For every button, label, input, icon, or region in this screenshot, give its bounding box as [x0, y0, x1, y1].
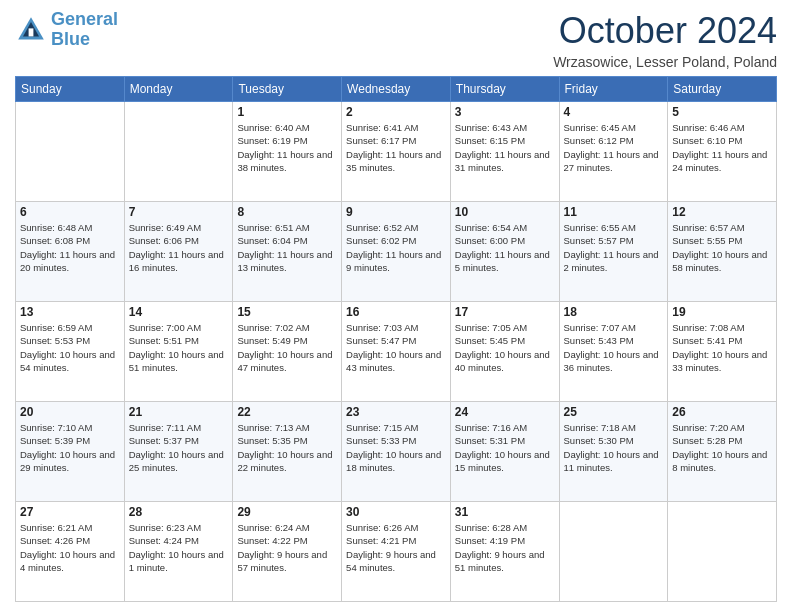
- day-number: 26: [672, 405, 772, 419]
- day-details: Sunrise: 7:18 AM Sunset: 5:30 PM Dayligh…: [564, 421, 664, 474]
- col-monday: Monday: [124, 77, 233, 102]
- table-row: 22Sunrise: 7:13 AM Sunset: 5:35 PM Dayli…: [233, 402, 342, 502]
- day-details: Sunrise: 7:03 AM Sunset: 5:47 PM Dayligh…: [346, 321, 446, 374]
- col-thursday: Thursday: [450, 77, 559, 102]
- table-row: 23Sunrise: 7:15 AM Sunset: 5:33 PM Dayli…: [342, 402, 451, 502]
- day-number: 23: [346, 405, 446, 419]
- day-number: 1: [237, 105, 337, 119]
- table-row: 13Sunrise: 6:59 AM Sunset: 5:53 PM Dayli…: [16, 302, 125, 402]
- day-details: Sunrise: 7:11 AM Sunset: 5:37 PM Dayligh…: [129, 421, 229, 474]
- day-number: 12: [672, 205, 772, 219]
- day-number: 27: [20, 505, 120, 519]
- day-number: 25: [564, 405, 664, 419]
- day-number: 31: [455, 505, 555, 519]
- day-details: Sunrise: 6:21 AM Sunset: 4:26 PM Dayligh…: [20, 521, 120, 574]
- day-details: Sunrise: 7:15 AM Sunset: 5:33 PM Dayligh…: [346, 421, 446, 474]
- day-details: Sunrise: 7:05 AM Sunset: 5:45 PM Dayligh…: [455, 321, 555, 374]
- day-number: 28: [129, 505, 229, 519]
- day-details: Sunrise: 6:41 AM Sunset: 6:17 PM Dayligh…: [346, 121, 446, 174]
- table-row: 19Sunrise: 7:08 AM Sunset: 5:41 PM Dayli…: [668, 302, 777, 402]
- table-row: 31Sunrise: 6:28 AM Sunset: 4:19 PM Dayli…: [450, 502, 559, 602]
- day-details: Sunrise: 6:45 AM Sunset: 6:12 PM Dayligh…: [564, 121, 664, 174]
- day-number: 10: [455, 205, 555, 219]
- table-row: [559, 502, 668, 602]
- col-wednesday: Wednesday: [342, 77, 451, 102]
- day-number: 6: [20, 205, 120, 219]
- day-number: 15: [237, 305, 337, 319]
- calendar-week-row: 1Sunrise: 6:40 AM Sunset: 6:19 PM Daylig…: [16, 102, 777, 202]
- day-details: Sunrise: 6:59 AM Sunset: 5:53 PM Dayligh…: [20, 321, 120, 374]
- table-row: 25Sunrise: 7:18 AM Sunset: 5:30 PM Dayli…: [559, 402, 668, 502]
- table-row: 30Sunrise: 6:26 AM Sunset: 4:21 PM Dayli…: [342, 502, 451, 602]
- day-number: 8: [237, 205, 337, 219]
- calendar-header-row: Sunday Monday Tuesday Wednesday Thursday…: [16, 77, 777, 102]
- day-number: 16: [346, 305, 446, 319]
- logo: General Blue: [15, 10, 118, 50]
- table-row: 20Sunrise: 7:10 AM Sunset: 5:39 PM Dayli…: [16, 402, 125, 502]
- day-details: Sunrise: 6:49 AM Sunset: 6:06 PM Dayligh…: [129, 221, 229, 274]
- day-number: 17: [455, 305, 555, 319]
- day-number: 22: [237, 405, 337, 419]
- day-details: Sunrise: 7:20 AM Sunset: 5:28 PM Dayligh…: [672, 421, 772, 474]
- col-saturday: Saturday: [668, 77, 777, 102]
- table-row: 5Sunrise: 6:46 AM Sunset: 6:10 PM Daylig…: [668, 102, 777, 202]
- table-row: 14Sunrise: 7:00 AM Sunset: 5:51 PM Dayli…: [124, 302, 233, 402]
- table-row: 1Sunrise: 6:40 AM Sunset: 6:19 PM Daylig…: [233, 102, 342, 202]
- table-row: 10Sunrise: 6:54 AM Sunset: 6:00 PM Dayli…: [450, 202, 559, 302]
- day-number: 30: [346, 505, 446, 519]
- day-number: 3: [455, 105, 555, 119]
- logo-icon: [15, 14, 47, 46]
- day-number: 18: [564, 305, 664, 319]
- day-details: Sunrise: 6:24 AM Sunset: 4:22 PM Dayligh…: [237, 521, 337, 574]
- day-number: 29: [237, 505, 337, 519]
- header: General Blue October 2024 Wrzasowice, Le…: [15, 10, 777, 70]
- calendar-week-row: 13Sunrise: 6:59 AM Sunset: 5:53 PM Dayli…: [16, 302, 777, 402]
- table-row: 28Sunrise: 6:23 AM Sunset: 4:24 PM Dayli…: [124, 502, 233, 602]
- table-row: 9Sunrise: 6:52 AM Sunset: 6:02 PM Daylig…: [342, 202, 451, 302]
- calendar-week-row: 6Sunrise: 6:48 AM Sunset: 6:08 PM Daylig…: [16, 202, 777, 302]
- day-details: Sunrise: 6:28 AM Sunset: 4:19 PM Dayligh…: [455, 521, 555, 574]
- table-row: [124, 102, 233, 202]
- table-row: 2Sunrise: 6:41 AM Sunset: 6:17 PM Daylig…: [342, 102, 451, 202]
- table-row: 29Sunrise: 6:24 AM Sunset: 4:22 PM Dayli…: [233, 502, 342, 602]
- table-row: 11Sunrise: 6:55 AM Sunset: 5:57 PM Dayli…: [559, 202, 668, 302]
- table-row: 7Sunrise: 6:49 AM Sunset: 6:06 PM Daylig…: [124, 202, 233, 302]
- calendar-week-row: 20Sunrise: 7:10 AM Sunset: 5:39 PM Dayli…: [16, 402, 777, 502]
- day-number: 20: [20, 405, 120, 419]
- day-details: Sunrise: 6:23 AM Sunset: 4:24 PM Dayligh…: [129, 521, 229, 574]
- day-details: Sunrise: 6:55 AM Sunset: 5:57 PM Dayligh…: [564, 221, 664, 274]
- day-details: Sunrise: 7:08 AM Sunset: 5:41 PM Dayligh…: [672, 321, 772, 374]
- table-row: 6Sunrise: 6:48 AM Sunset: 6:08 PM Daylig…: [16, 202, 125, 302]
- day-number: 7: [129, 205, 229, 219]
- day-details: Sunrise: 6:46 AM Sunset: 6:10 PM Dayligh…: [672, 121, 772, 174]
- day-details: Sunrise: 7:10 AM Sunset: 5:39 PM Dayligh…: [20, 421, 120, 474]
- calendar-table: Sunday Monday Tuesday Wednesday Thursday…: [15, 76, 777, 602]
- table-row: 26Sunrise: 7:20 AM Sunset: 5:28 PM Dayli…: [668, 402, 777, 502]
- calendar-week-row: 27Sunrise: 6:21 AM Sunset: 4:26 PM Dayli…: [16, 502, 777, 602]
- day-number: 11: [564, 205, 664, 219]
- day-details: Sunrise: 7:16 AM Sunset: 5:31 PM Dayligh…: [455, 421, 555, 474]
- day-details: Sunrise: 6:51 AM Sunset: 6:04 PM Dayligh…: [237, 221, 337, 274]
- day-details: Sunrise: 7:02 AM Sunset: 5:49 PM Dayligh…: [237, 321, 337, 374]
- day-number: 19: [672, 305, 772, 319]
- day-details: Sunrise: 7:07 AM Sunset: 5:43 PM Dayligh…: [564, 321, 664, 374]
- table-row: 21Sunrise: 7:11 AM Sunset: 5:37 PM Dayli…: [124, 402, 233, 502]
- table-row: [668, 502, 777, 602]
- day-details: Sunrise: 7:13 AM Sunset: 5:35 PM Dayligh…: [237, 421, 337, 474]
- page: General Blue October 2024 Wrzasowice, Le…: [0, 0, 792, 612]
- table-row: 16Sunrise: 7:03 AM Sunset: 5:47 PM Dayli…: [342, 302, 451, 402]
- location: Wrzasowice, Lesser Poland, Poland: [553, 54, 777, 70]
- table-row: 15Sunrise: 7:02 AM Sunset: 5:49 PM Dayli…: [233, 302, 342, 402]
- col-friday: Friday: [559, 77, 668, 102]
- day-number: 4: [564, 105, 664, 119]
- col-tuesday: Tuesday: [233, 77, 342, 102]
- day-details: Sunrise: 7:00 AM Sunset: 5:51 PM Dayligh…: [129, 321, 229, 374]
- day-details: Sunrise: 6:40 AM Sunset: 6:19 PM Dayligh…: [237, 121, 337, 174]
- day-number: 9: [346, 205, 446, 219]
- table-row: 24Sunrise: 7:16 AM Sunset: 5:31 PM Dayli…: [450, 402, 559, 502]
- day-number: 21: [129, 405, 229, 419]
- svg-rect-2: [29, 28, 34, 36]
- table-row: 12Sunrise: 6:57 AM Sunset: 5:55 PM Dayli…: [668, 202, 777, 302]
- table-row: [16, 102, 125, 202]
- month-title: October 2024: [553, 10, 777, 52]
